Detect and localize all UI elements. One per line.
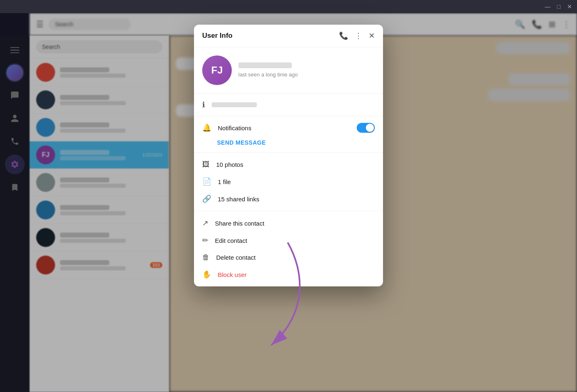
file-icon: 📄 [202, 177, 211, 186]
photos-item[interactable]: 🖼 10 photos [194, 156, 383, 173]
modal-header: User Info 📞 ⋮ ✕ [194, 25, 383, 47]
modal-actions: 📞 ⋮ ✕ [339, 31, 375, 40]
media-section: 🖼 10 photos 📄 1 file 🔗 15 shared links [194, 153, 383, 211]
delete-icon: 🗑 [202, 253, 210, 262]
info-icon: ℹ [202, 100, 205, 109]
user-bio [212, 102, 257, 107]
user-name [238, 62, 292, 68]
notifications-toggle[interactable] [357, 123, 375, 133]
delete-contact-item[interactable]: 🗑 Delete contact [194, 249, 383, 266]
link-icon: 🔗 [202, 194, 211, 203]
user-status: last seen a long time ago [238, 71, 298, 78]
user-details: last seen a long time ago [238, 62, 298, 78]
photos-label: 10 photos [216, 161, 243, 168]
edit-icon: ✏ [202, 236, 208, 245]
close-modal-icon[interactable]: ✕ [369, 31, 375, 40]
phone-icon[interactable]: 📞 [339, 31, 348, 40]
maximize-button[interactable]: □ [557, 3, 561, 10]
files-item[interactable]: 📄 1 file [194, 173, 383, 190]
photo-icon: 🖼 [202, 160, 210, 169]
info-section: ℹ [194, 94, 383, 116]
user-profile: FJ last seen a long time ago [194, 47, 383, 94]
edit-contact-label: Edit contact [215, 237, 247, 244]
more-options-icon[interactable]: ⋮ [355, 31, 362, 40]
notifications-row: 🔔 Notifications [202, 123, 375, 133]
modal-title: User Info [202, 32, 233, 40]
links-label: 15 shared links [218, 196, 259, 203]
actions-section: ↗ Share this contact ✏ Edit contact 🗑 De… [194, 211, 383, 286]
notifications-label: Notifications [218, 125, 350, 131]
minimize-button[interactable]: — [545, 3, 551, 10]
window-chrome: — □ ✕ [0, 0, 577, 13]
edit-contact-item[interactable]: ✏ Edit contact [194, 232, 383, 249]
delete-contact-label: Delete contact [216, 254, 256, 261]
block-user-item[interactable]: ✋ Block user [194, 266, 383, 283]
links-item[interactable]: 🔗 15 shared links [194, 190, 383, 208]
close-button[interactable]: ✕ [567, 3, 572, 10]
notifications-section: 🔔 Notifications SEND MESSAGE [194, 116, 383, 153]
bell-icon: 🔔 [202, 123, 211, 132]
user-info-modal: User Info 📞 ⋮ ✕ FJ last seen a long time… [194, 25, 383, 286]
share-contact-label: Share this contact [215, 220, 264, 227]
block-icon: ✋ [202, 270, 211, 279]
files-label: 1 file [218, 178, 231, 185]
share-icon: ↗ [202, 219, 208, 228]
share-contact-item[interactable]: ↗ Share this contact [194, 214, 383, 232]
send-message-button[interactable]: SEND MESSAGE [202, 139, 375, 152]
block-user-label: Block user [218, 271, 247, 278]
user-avatar: FJ [202, 55, 232, 85]
